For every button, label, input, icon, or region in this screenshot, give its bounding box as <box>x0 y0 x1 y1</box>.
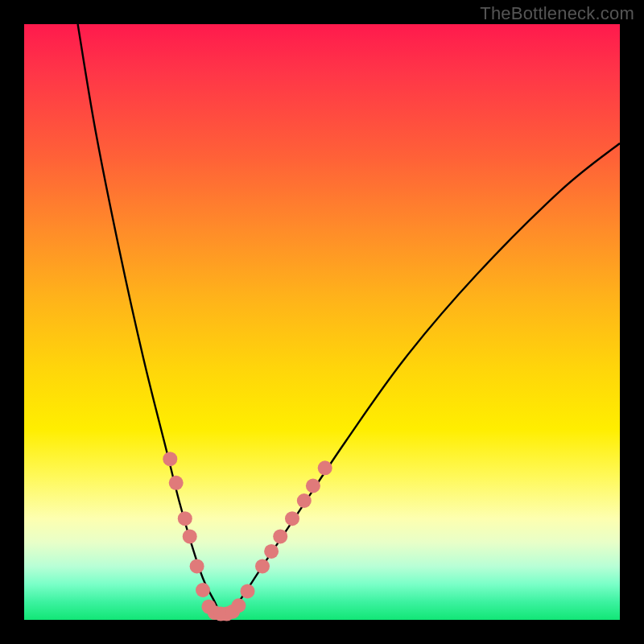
highlight-dot <box>264 544 279 559</box>
highlight-dot <box>255 559 270 573</box>
highlight-dot <box>183 529 197 543</box>
highlight-dot <box>318 460 332 475</box>
highlight-dot <box>178 511 192 526</box>
highlight-dot <box>273 529 287 543</box>
highlight-dot <box>241 584 255 598</box>
highlight-dot <box>297 493 312 508</box>
highlight-dot <box>231 598 246 613</box>
watermark-text: TheBottleneck.com <box>480 3 634 24</box>
highlight-dots <box>163 452 332 621</box>
curve-svg <box>24 24 620 620</box>
highlight-dot <box>196 583 210 597</box>
highlight-dot <box>285 511 299 526</box>
highlight-dot <box>190 559 204 573</box>
highlight-dot <box>169 476 184 490</box>
highlight-dot <box>163 452 177 466</box>
bottleneck-curve <box>78 24 620 616</box>
plot-area <box>24 24 620 620</box>
highlight-dot <box>306 479 320 493</box>
chart-frame: TheBottleneck.com <box>0 0 644 644</box>
